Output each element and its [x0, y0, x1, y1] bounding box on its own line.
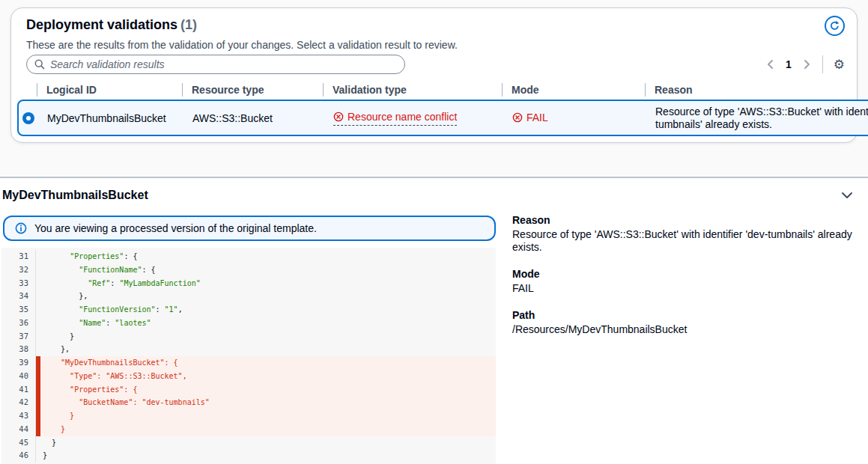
code-text: }, [43, 343, 70, 356]
pagination: 1 ⚙ [765, 55, 845, 74]
column-header-logical-id: Logical ID [37, 79, 182, 100]
line-number: 39 [1, 356, 36, 370]
code-line: 42 "BucketName": "dev-tumbnails" [1, 396, 496, 409]
line-marker [36, 290, 40, 303]
line-marker [36, 317, 40, 330]
row-radio-button[interactable] [22, 112, 34, 124]
line-number: 46 [1, 449, 36, 463]
chevron-down-icon [841, 192, 853, 199]
code-text: }, [43, 290, 88, 303]
code-text: "Ref": "MyLambdaFunction" [43, 277, 201, 290]
code-text: } [43, 436, 56, 450]
table-header: Logical ID Resource type Validation type… [17, 79, 868, 100]
line-marker [36, 263, 40, 277]
error-circle-icon [333, 112, 344, 122]
code-line: 37 } [1, 330, 496, 344]
column-header-mode: Mode [502, 79, 645, 100]
previous-page-button[interactable] [765, 59, 775, 70]
search-box [26, 55, 405, 74]
error-line-marker [36, 356, 40, 370]
line-marker [36, 303, 40, 317]
code-line: 32 "FunctionName": { [1, 263, 496, 277]
line-number: 38 [1, 343, 36, 356]
line-number: 36 [1, 317, 36, 330]
info-alert: You are viewing a processed version of t… [3, 216, 496, 241]
table-row[interactable]: MyDevThumbnailsBucket AWS::S3::Bucket Re… [17, 100, 868, 136]
column-header-label: Validation type [333, 84, 407, 96]
code-text: } [43, 330, 74, 344]
code-text: "Type": "AWS::S3::Bucket", [43, 370, 187, 383]
code-line: 40 "Type": "AWS::S3::Bucket", [1, 370, 496, 383]
search-input[interactable] [50, 58, 397, 70]
page-title: Deployment validations(1) [26, 17, 197, 33]
refresh-button[interactable] [825, 16, 845, 36]
line-number: 42 [1, 396, 36, 409]
cell-resource-type: AWS::S3::Bucket [183, 112, 324, 124]
code-text: "BucketName": "dev-tumbnails" [43, 396, 210, 409]
column-divider [37, 83, 37, 97]
line-number: 41 [1, 383, 36, 397]
code-line: 33 "Ref": "MyLambdaFunction" [1, 277, 496, 290]
info-icon [15, 222, 27, 234]
column-header-label: Reason [655, 84, 693, 96]
detail-split-panel: MyDevThumbnailsBucket You are viewing a … [0, 180, 868, 464]
line-marker [36, 436, 40, 450]
error-line-marker [36, 423, 40, 436]
column-header-validation-type: Validation type [323, 79, 502, 100]
validation-count: (1) [180, 17, 197, 32]
code-line: 45 } [1, 436, 496, 450]
next-page-button[interactable] [802, 59, 812, 70]
column-header-label: Resource type [192, 84, 264, 96]
chevron-right-icon [804, 59, 810, 70]
cell-reason: Resource of type 'AWS::S3::Bucket' with … [646, 106, 868, 131]
cell-mode: FAIL [503, 112, 646, 125]
code-text: "Properties": { [43, 250, 137, 263]
line-number: 35 [1, 303, 36, 317]
line-number: 31 [1, 250, 36, 263]
code-line: 36 "Name": "laotes" [1, 317, 496, 330]
validation-type-trigger[interactable]: Resource name conflict [333, 111, 457, 126]
chevron-left-icon [767, 59, 774, 70]
column-divider [182, 83, 183, 97]
template-code-viewer[interactable]: 31 "Properties": {32 "FunctionName": {33… [1, 248, 496, 464]
preferences-button[interactable]: ⚙ [834, 58, 845, 71]
code-line: 46} [1, 449, 496, 463]
column-divider [323, 83, 324, 97]
error-line-marker [36, 396, 40, 409]
code-text: "Properties": { [43, 383, 137, 397]
column-header-label: Mode [512, 84, 539, 96]
line-number: 37 [1, 330, 36, 344]
panel-title: MyDevThumbnailsBucket [2, 189, 148, 202]
error-line-marker [36, 370, 40, 383]
cell-validation-type: Resource name conflict [324, 111, 503, 126]
error-line-marker [36, 409, 40, 423]
reason-label: Reason [512, 214, 857, 226]
column-header-label: Logical ID [46, 84, 97, 96]
reason-value: Resource of type 'AWS::S3::Bucket' with … [512, 228, 857, 254]
line-number: 33 [1, 277, 36, 290]
cell-logical-id: MyDevThumbnailsBucket [38, 112, 183, 124]
error-line-marker [36, 383, 40, 397]
line-number: 32 [1, 263, 36, 277]
column-header-resource-type: Resource type [182, 79, 323, 100]
column-header-reason: Reason [645, 79, 868, 100]
column-divider [502, 83, 503, 97]
detail-group-reason: Reason Resource of type 'AWS::S3::Bucket… [512, 214, 857, 254]
panel-collapse-button[interactable] [840, 190, 855, 201]
selection-column-header [17, 79, 37, 100]
page-number[interactable]: 1 [786, 58, 792, 70]
line-number: 43 [1, 409, 36, 423]
code-text: } [43, 423, 65, 436]
code-lines: 31 "Properties": {32 "FunctionName": {33… [1, 250, 496, 463]
code-text: "FunctionName": { [43, 263, 156, 277]
code-line: 44 } [1, 423, 496, 436]
detail-group-mode: Mode FAIL [512, 268, 857, 295]
toolbar: 1 ⚙ [26, 55, 845, 74]
deployment-validations-card: Deployment validations(1) These are the … [10, 7, 858, 143]
code-text: } [43, 409, 74, 423]
page-title-text: Deployment validations [26, 17, 177, 32]
line-marker [36, 449, 40, 463]
line-marker [36, 250, 40, 263]
line-number: 44 [1, 423, 36, 436]
validations-section: Deployment validations(1) These are the … [0, 0, 868, 178]
